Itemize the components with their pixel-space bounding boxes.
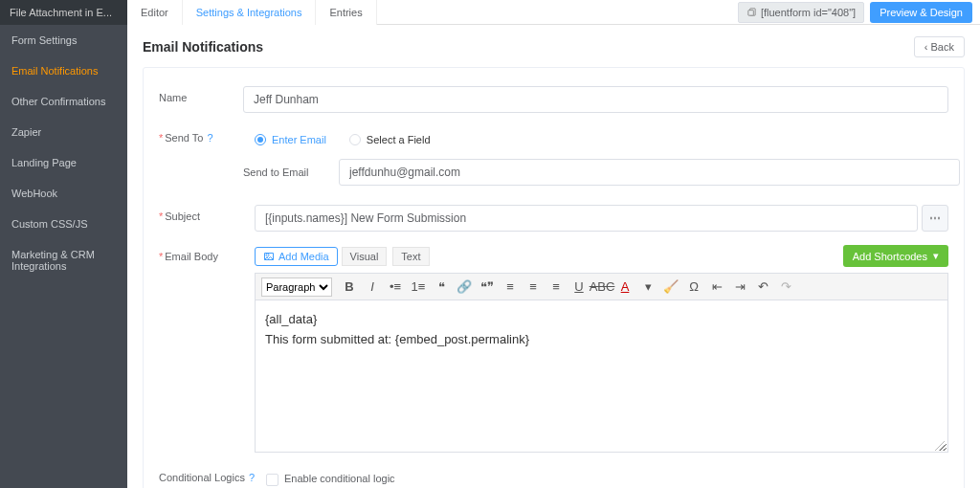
body-line-2: This form submitted at: {embed_post.perm…: [265, 330, 938, 350]
enable-conditional-checkbox[interactable]: Enable conditional logic: [266, 473, 395, 484]
special-char-icon[interactable]: Ω: [682, 276, 705, 299]
name-input[interactable]: [243, 86, 948, 113]
send-to-email-label: Send to Email: [243, 166, 327, 178]
strike-icon[interactable]: ABC: [590, 276, 613, 299]
send-to-radio-group: Enter Email Select a Field: [243, 126, 948, 153]
preview-button[interactable]: Preview & Design: [870, 2, 972, 23]
sidebar-item-landing-page[interactable]: Landing Page: [0, 147, 127, 178]
back-button[interactable]: ‹ Back: [914, 36, 965, 57]
tab-settings[interactable]: Settings & Integrations: [183, 0, 317, 25]
sidebar-item-other-confirmations[interactable]: Other Confirmations: [0, 86, 127, 117]
quote-icon[interactable]: ❝: [430, 276, 453, 299]
sidebar-item-zapier[interactable]: Zapier: [0, 117, 127, 147]
indent-icon[interactable]: ⇥: [728, 276, 751, 299]
clear-format-icon[interactable]: 🧹: [659, 276, 682, 299]
add-shortcodes-button[interactable]: Add Shortcodes ▾: [843, 245, 948, 267]
svg-rect-1: [748, 11, 754, 16]
help-icon[interactable]: ?: [207, 132, 212, 144]
editor-toolbar: Paragraph B I •≡ 1≡ ❝ 🔗 ❝❞ ≡ ≡ ≡ U ABC A: [255, 273, 948, 299]
email-body-editor[interactable]: {all_data} This form submitted at: {embe…: [255, 299, 948, 453]
underline-icon[interactable]: U: [568, 276, 590, 299]
page-title: Email Notifications: [143, 39, 263, 55]
subject-label: *Subject: [159, 205, 243, 222]
chevron-down-icon: ▾: [933, 250, 939, 262]
radio-enter-email[interactable]: Enter Email: [255, 134, 326, 145]
conditional-logics-label: Conditional Logics?: [159, 466, 255, 483]
sidebar-item-email-notifications[interactable]: Email Notifications: [0, 55, 127, 86]
number-list-icon[interactable]: 1≡: [407, 276, 430, 299]
tab-entries[interactable]: Entries: [316, 0, 376, 25]
align-left-icon[interactable]: ≡: [499, 276, 522, 299]
align-center-icon[interactable]: ≡: [522, 276, 545, 299]
shortcode-copy[interactable]: [fluentform id="408"]: [738, 2, 864, 23]
align-right-icon[interactable]: ≡: [545, 276, 568, 299]
tab-editor[interactable]: Editor: [127, 0, 183, 25]
paragraph-select[interactable]: Paragraph: [261, 277, 332, 297]
sidebar-item-custom-css-js[interactable]: Custom CSS/JS: [0, 209, 127, 239]
name-label: Name: [159, 86, 243, 103]
sidebar-item-form-settings[interactable]: Form Settings: [0, 25, 127, 55]
main-content: Email Notifications ‹ Back Name *Send To…: [127, 25, 980, 488]
form-title: File Attachment in E...: [0, 0, 127, 25]
send-to-label: *Send To?: [159, 126, 243, 144]
undo-icon[interactable]: ↶: [751, 276, 774, 299]
send-to-email-input[interactable]: [339, 159, 960, 186]
link-icon[interactable]: 🔗: [453, 276, 476, 299]
settings-card: Name *Send To? Enter Email Select a Fiel…: [143, 67, 965, 488]
redo-icon[interactable]: ↷: [774, 276, 797, 299]
sidebar: Form Settings Email Notifications Other …: [0, 25, 127, 488]
clipboard-icon: [746, 7, 757, 17]
italic-icon[interactable]: I: [361, 276, 384, 299]
color-dropdown-icon[interactable]: ▾: [636, 276, 659, 299]
text-color-icon[interactable]: A: [613, 276, 636, 299]
unlink-icon[interactable]: ❝❞: [476, 276, 499, 299]
subject-more-button[interactable]: ⋯: [922, 205, 948, 232]
bold-icon[interactable]: B: [338, 276, 361, 299]
mode-visual-tab[interactable]: Visual: [342, 247, 388, 266]
bullet-list-icon[interactable]: •≡: [384, 276, 407, 299]
radio-select-field[interactable]: Select a Field: [349, 134, 431, 145]
mode-text-tab[interactable]: Text: [392, 247, 429, 266]
sidebar-item-marketing-crm[interactable]: Marketing & CRM Integrations: [0, 239, 127, 281]
email-body-label: *Email Body: [159, 245, 243, 453]
subject-input[interactable]: [255, 205, 918, 232]
shortcode-text: [fluentform id="408"]: [761, 7, 856, 18]
body-line-1: {all_data}: [265, 310, 938, 330]
media-icon: [263, 251, 275, 262]
top-tabs: Editor Settings & Integrations Entries: [127, 0, 377, 25]
outdent-icon[interactable]: ⇤: [705, 276, 728, 299]
add-media-button[interactable]: Add Media: [255, 247, 338, 266]
svg-point-2: [266, 254, 269, 256]
sidebar-item-webhook[interactable]: WebHook: [0, 178, 127, 209]
topbar: File Attachment in E... Editor Settings …: [0, 0, 980, 25]
resize-handle-icon[interactable]: [934, 440, 946, 452]
